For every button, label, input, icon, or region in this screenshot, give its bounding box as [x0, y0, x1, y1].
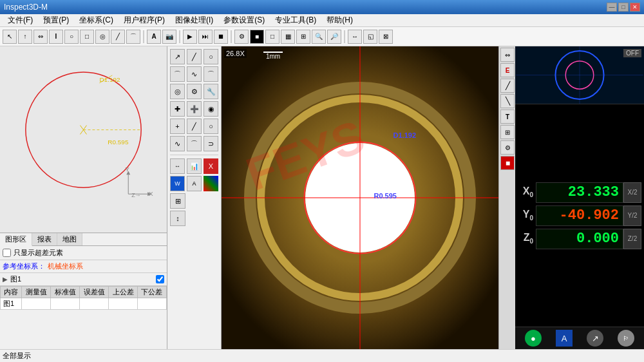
tb-white-sq[interactable]: □	[265, 30, 279, 44]
rt-line1[interactable]: ╱	[500, 79, 515, 93]
tb-play[interactable]: ▶	[183, 30, 197, 44]
mt-table[interactable]: 📊	[187, 158, 202, 174]
menu-file[interactable]: 文件(F)	[3, 14, 38, 26]
tb-a[interactable]: A	[147, 30, 161, 44]
element-row: ▶ 图1	[0, 273, 167, 286]
cad-canvas[interactable]: D1.192 R0.595 X Y Z→	[0, 46, 167, 233]
tb-arrows[interactable]: ⇔	[33, 30, 48, 44]
tb-circle[interactable]: ○	[64, 30, 79, 44]
mt-gear[interactable]: ⚙	[187, 84, 202, 99]
mt-wave2[interactable]: ∿	[170, 136, 185, 151]
mt-target[interactable]: ◎	[170, 84, 185, 99]
tb-target[interactable]: ◎	[95, 30, 109, 44]
svg-text:R0.595: R0.595	[108, 138, 129, 146]
mt-arrow2[interactable]: +	[170, 119, 185, 134]
dro-x-half-button[interactable]: X/2	[623, 182, 641, 203]
tb-fit[interactable]: ⊞	[296, 30, 310, 44]
tb-arc[interactable]: ⌒	[126, 30, 140, 44]
table-row: 图1	[1, 298, 167, 310]
tb-step[interactable]: ⏭	[198, 30, 213, 44]
menu-image-proc[interactable]: 图像处理(I)	[170, 14, 218, 26]
cell-error	[80, 298, 109, 310]
element-checkbox[interactable]	[156, 275, 164, 283]
mt-row-3: ◎ ⚙ 🔧	[170, 84, 218, 99]
rt-t[interactable]: T	[500, 110, 515, 124]
tb-camera[interactable]: 📷	[162, 30, 176, 44]
tb-sep3	[231, 30, 232, 43]
menu-params[interactable]: 参数设置(S)	[218, 14, 270, 26]
rt-arrows[interactable]: ⇔	[500, 48, 515, 62]
tb-black-sq[interactable]: ■	[250, 30, 264, 44]
menu-pro-tools[interactable]: 专业工具(B)	[270, 14, 321, 26]
mt-wrench[interactable]: 🔧	[204, 84, 218, 99]
mt-row-10: ↕	[170, 211, 218, 226]
mt-line[interactable]: ╱	[187, 49, 202, 64]
mt-row-6: ∿ ⌒ ⊃	[170, 136, 218, 151]
mt-circ[interactable]: ◉	[204, 101, 218, 117]
menu-preset[interactable]: 预置(P)	[38, 14, 74, 26]
mt-diag[interactable]: ╱	[187, 119, 202, 134]
menu-help[interactable]: 帮助(H)	[321, 14, 358, 26]
mt-coord[interactable]: ↔	[170, 158, 185, 174]
cell-measure	[22, 298, 51, 310]
tb-rect[interactable]: □	[80, 30, 94, 44]
minimap-off-button[interactable]: OFF	[623, 49, 641, 57]
menu-user-prog[interactable]: 用户程序(P)	[118, 14, 170, 26]
tb-stop[interactable]: ⏹	[214, 30, 228, 44]
dro-z-half-button[interactable]: Z/2	[623, 229, 641, 249]
tb-extra3[interactable]: ⊠	[379, 30, 393, 44]
tb-zoom-out[interactable]: 🔎	[327, 30, 341, 44]
dro-y-half-button[interactable]: Y/2	[623, 205, 641, 226]
minimize-button[interactable]: —	[607, 3, 617, 12]
mt-arc2[interactable]: ⌒	[204, 66, 218, 82]
mt-wave[interactable]: ∿	[187, 66, 202, 82]
tb-up[interactable]: ↑	[18, 30, 32, 44]
rt-line2[interactable]: ╲	[500, 94, 515, 108]
filter-checkbox[interactable]	[3, 249, 11, 257]
close-button[interactable]: ✕	[630, 3, 640, 12]
mt-arc3[interactable]: ⌒	[187, 136, 202, 151]
tb-extra2[interactable]: ◱	[363, 30, 377, 44]
tab-report[interactable]: 报表	[32, 233, 57, 245]
mt-x[interactable]: X	[204, 158, 218, 174]
tb-cursor[interactable]: ↖	[3, 30, 17, 44]
maximize-button[interactable]: □	[618, 3, 629, 12]
mt-add[interactable]: ➕	[187, 101, 202, 117]
tb-text[interactable]: I	[49, 30, 63, 44]
col-error: 误差值	[80, 287, 109, 298]
mt-circle[interactable]: ○	[204, 49, 218, 64]
tb-grid[interactable]: ▦	[281, 30, 295, 44]
mt-end[interactable]: ⊃	[204, 136, 218, 151]
mt-color[interactable]	[204, 176, 218, 191]
menu-coord[interactable]: 坐标系(C)	[74, 14, 118, 26]
dro-z-label: Z0	[518, 232, 536, 245]
rt-black[interactable]: ◼	[500, 156, 515, 170]
tb-extra1[interactable]: ↔	[348, 30, 362, 44]
mt-down[interactable]: ↕	[170, 211, 185, 226]
dro-icon-flag[interactable]: 🏳	[618, 330, 634, 347]
rt-e[interactable]: E	[500, 63, 515, 77]
element-label: 图1	[10, 274, 21, 284]
tb-line[interactable]: ╱	[111, 30, 125, 44]
dro-icon-green[interactable]: ●	[525, 330, 542, 347]
rt-settings[interactable]: ⚙	[500, 140, 515, 155]
mt-curve1[interactable]: ⌒	[170, 66, 185, 82]
tb-zoom-in[interactable]: 🔍	[312, 30, 326, 44]
tab-map[interactable]: 地图	[57, 233, 82, 245]
svg-text:Y: Y	[125, 166, 129, 173]
mt-circ2[interactable]: ○	[204, 119, 218, 134]
mt-plus[interactable]: ✚	[170, 101, 185, 117]
rt-grid[interactable]: ⊞	[500, 125, 515, 139]
tb-settings[interactable]: ⚙	[234, 30, 249, 44]
toolbar: ↖ ↑ ⇔ I ○ □ ◎ ╱ ⌒ A 📷 ▶ ⏭ ⏹ ⚙ ■ □ ▦ ⊞ 🔍 …	[0, 27, 644, 46]
ref-coord-value[interactable]: 机械坐标系	[48, 262, 83, 271]
mt-app[interactable]: A	[187, 176, 202, 191]
dro-icons: ● A ↗ 🏳	[515, 327, 644, 349]
mt-word[interactable]: W	[170, 176, 185, 191]
dro-icon-blue[interactable]: A	[556, 330, 573, 347]
minimap: OFF	[515, 46, 644, 104]
mt-fullscreen[interactable]: ⊞	[170, 193, 185, 209]
dro-icon-arrow[interactable]: ↗	[587, 330, 603, 347]
mt-arrow[interactable]: ↗	[170, 49, 185, 64]
tab-graphics[interactable]: 图形区	[0, 233, 32, 246]
